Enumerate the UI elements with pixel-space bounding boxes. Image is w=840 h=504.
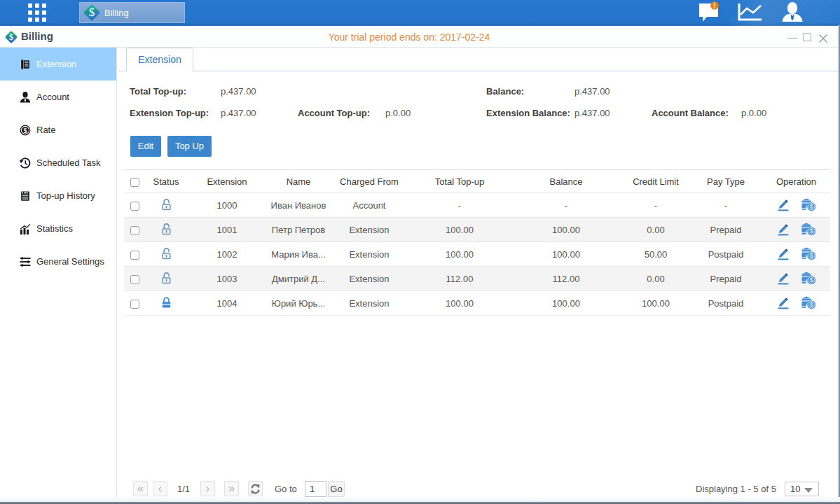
svg-text:$: $ bbox=[809, 227, 813, 234]
svg-text:!: ! bbox=[713, 2, 715, 10]
svg-text:$: $ bbox=[24, 126, 27, 134]
svg-text:$: $ bbox=[809, 301, 813, 308]
svg-text:$: $ bbox=[809, 252, 813, 259]
svg-text:$: $ bbox=[809, 203, 813, 210]
svg-text:$: $ bbox=[809, 276, 813, 284]
